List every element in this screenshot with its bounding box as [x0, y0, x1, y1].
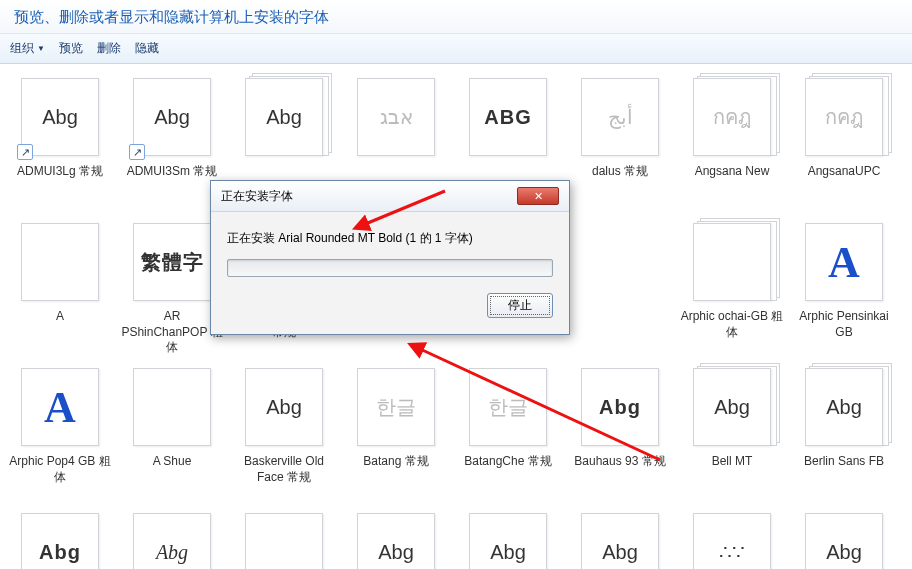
font-thumbnail: ∴∵ [693, 513, 771, 569]
font-label: Bell MT [712, 454, 753, 470]
page-title: 预览、删除或者显示和隐藏计算机上安装的字体 [0, 0, 912, 34]
font-label: dalus 常规 [592, 164, 648, 180]
font-item[interactable]: A Shue [116, 364, 228, 509]
font-label: ADMUI3Sm 常规 [127, 164, 218, 180]
stop-button[interactable]: 停止 [487, 293, 553, 318]
toolbar-organize[interactable]: 组织▼ [10, 40, 45, 57]
font-thumbnail: Abg [245, 78, 323, 156]
font-thumbnail: Abg [693, 368, 771, 446]
font-thumbnail: Abg [469, 513, 547, 569]
font-thumbnail: A [21, 368, 99, 446]
font-label: Arphic Pensinkai GB [791, 309, 897, 340]
toolbar: 组织▼ 预览 删除 隐藏 [0, 34, 912, 64]
font-item[interactable]: Abg [340, 509, 452, 569]
font-item[interactable]: AbgBerlin Sans FB [788, 364, 900, 509]
close-button[interactable]: ✕ [517, 187, 559, 205]
font-thumbnail: أبج [581, 78, 659, 156]
font-item[interactable]: Abg [788, 509, 900, 569]
font-label: Arphic Pop4 GB 粗体 [7, 454, 113, 485]
svg-line-1 [418, 348, 660, 460]
font-item[interactable]: Abg [452, 509, 564, 569]
chevron-down-icon: ▼ [37, 44, 45, 53]
font-item[interactable]: AArphic Pop4 GB 粗体 [4, 364, 116, 509]
shortcut-overlay-icon: ↗ [129, 144, 145, 160]
font-thumbnail: אבג [357, 78, 435, 156]
font-thumbnail: Abg [581, 513, 659, 569]
font-thumbnail: ABG [469, 78, 547, 156]
font-item[interactable]: AArphic Pensinkai GB [788, 219, 900, 364]
annotation-arrow-icon [355, 185, 455, 238]
font-item[interactable]: Abgackadder ITC [116, 509, 228, 569]
font-label: A [56, 309, 64, 325]
font-item[interactable]: Abg↗ADMUI3Lg 常规 [4, 74, 116, 219]
font-thumbnail: กคฎ [805, 78, 883, 156]
font-item[interactable]: Abg [564, 509, 676, 569]
font-thumbnail [245, 513, 323, 569]
font-label: AngsanaUPC [808, 164, 881, 180]
toolbar-hide[interactable]: 隐藏 [135, 40, 159, 57]
font-item[interactable]: ∴∵ [676, 509, 788, 569]
font-item[interactable]: Bo [228, 509, 340, 569]
font-thumbnail: Abg [21, 513, 99, 569]
annotation-arrow-icon [410, 340, 670, 473]
font-thumbnail: Abg [133, 513, 211, 569]
font-thumbnail: Abg [805, 368, 883, 446]
svg-line-0 [363, 191, 445, 225]
font-thumbnail [693, 223, 771, 301]
dialog-title-text: 正在安装字体 [221, 188, 293, 205]
font-item[interactable]: أبجdalus 常规 [564, 74, 676, 219]
font-item[interactable]: AbgBaskerville Old Face 常规 [228, 364, 340, 509]
font-thumbnail: Abg [245, 368, 323, 446]
font-label: Baskerville Old Face 常规 [231, 454, 337, 485]
font-label: Angsana New [695, 164, 770, 180]
font-item[interactable]: Arphic ochai-GB 粗体 [676, 219, 788, 364]
font-item[interactable]: กคฎAngsana New [676, 74, 788, 219]
font-item[interactable]: AbgBell MT [676, 364, 788, 509]
font-thumbnail: A [805, 223, 883, 301]
font-item[interactable]: A [4, 219, 116, 364]
font-item[interactable]: AbgBernard MT 紧 [4, 509, 116, 569]
toolbar-preview[interactable]: 预览 [59, 40, 83, 57]
font-label: Arphic ochai-GB 粗体 [679, 309, 785, 340]
font-thumbnail: 繁體字 [133, 223, 211, 301]
shortcut-overlay-icon: ↗ [17, 144, 33, 160]
progress-bar [227, 259, 553, 277]
font-thumbnail [21, 223, 99, 301]
font-label: A Shue [153, 454, 192, 470]
font-thumbnail: Abg [805, 513, 883, 569]
font-item[interactable]: กคฎAngsanaUPC [788, 74, 900, 219]
font-thumbnail [133, 368, 211, 446]
font-label: Berlin Sans FB [804, 454, 884, 470]
toolbar-delete[interactable]: 删除 [97, 40, 121, 57]
font-thumbnail: Abg [357, 513, 435, 569]
font-label: ADMUI3Lg 常规 [17, 164, 103, 180]
font-thumbnail: กคฎ [693, 78, 771, 156]
